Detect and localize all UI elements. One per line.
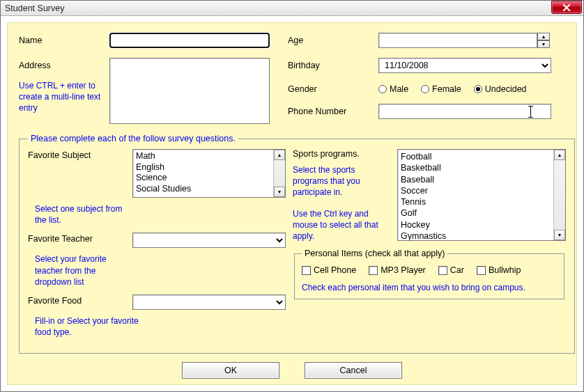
dialog-window: Student Survey Name Address Use CTRL + e… — [0, 0, 584, 392]
checkbox-label: Car — [450, 265, 464, 275]
gender-radio-group: Male Female Undecided — [378, 81, 527, 94]
list-item[interactable]: Tennis — [401, 196, 551, 207]
address-label: Address — [19, 61, 109, 70]
subject-list-items: Math English Science Social Studies — [133, 150, 273, 197]
gender-radio-female[interactable]: Female — [421, 84, 461, 94]
age-spinner: ▲ ▼ — [537, 33, 550, 48]
list-item[interactable]: Gymnastics — [401, 230, 551, 240]
list-item[interactable]: Hockey — [401, 219, 551, 230]
sports-hint-1: Select the sports programs that you part… — [293, 164, 390, 198]
scrollbar[interactable]: ▲ ▼ — [273, 150, 285, 197]
checkbox-icon — [302, 266, 311, 275]
list-item[interactable]: Soccer — [401, 185, 551, 196]
window-title: Student Survey — [5, 3, 64, 13]
radio-icon — [378, 85, 387, 93]
gender-radio-undecided[interactable]: Undecided — [474, 84, 527, 94]
favorite-teacher-label: Favorite Teacher — [28, 233, 132, 248]
age-spinner-down[interactable]: ▼ — [537, 40, 550, 48]
scroll-down-button[interactable]: ▼ — [554, 230, 565, 240]
address-hint: Use CTRL + enter to create a multi-line … — [19, 80, 102, 114]
survey-legend: Please complete each of the follow surve… — [28, 134, 238, 143]
personal-items-hint: Check each personal item that you wish t… — [302, 282, 557, 293]
list-item[interactable]: Basketball — [401, 162, 551, 173]
sports-list-items: Football Basketball Baseball Soccer Tenn… — [398, 150, 553, 240]
scroll-up-button[interactable]: ▲ — [554, 150, 565, 160]
checkbox-bullwhip[interactable]: Bullwhip — [477, 265, 521, 275]
cancel-button[interactable]: Cancel — [305, 362, 402, 379]
sports-hint-2: Use the Ctrl key and mouse to select all… — [293, 208, 390, 242]
personal-items-fieldset: Personal Items (check all that apply) Ce… — [294, 249, 564, 299]
gender-radio-female-label: Female — [432, 84, 461, 94]
checkbox-label: MP3 Player — [381, 265, 426, 275]
favorite-subject-listbox[interactable]: Math English Science Social Studies ▲ ▼ — [132, 149, 286, 198]
sports-label: Sports programs. — [293, 149, 397, 159]
form-background: Name Address Use CTRL + enter to create … — [7, 22, 577, 385]
personal-items-legend: Personal Items (check all that apply) — [302, 249, 447, 258]
checkbox-mp3-player[interactable]: MP3 Player — [369, 265, 426, 275]
close-button[interactable] — [551, 1, 582, 14]
list-item[interactable]: English — [136, 162, 270, 173]
scrollbar[interactable]: ▲ ▼ — [553, 150, 565, 240]
list-item[interactable]: Football — [401, 151, 551, 162]
checkbox-icon — [369, 266, 378, 275]
age-label: Age — [288, 33, 378, 45]
age-spinner-up[interactable]: ▲ — [537, 33, 550, 40]
scroll-up-button[interactable]: ▲ — [274, 150, 285, 160]
survey-fieldset: Please complete each of the follow surve… — [19, 134, 575, 354]
list-item[interactable]: Golf — [401, 207, 551, 219]
ok-button[interactable]: OK — [182, 362, 279, 379]
gender-label: Gender — [288, 81, 378, 94]
checkbox-car[interactable]: Car — [438, 265, 464, 275]
favorite-subject-label: Favorite Subject — [28, 149, 132, 198]
scroll-down-button[interactable]: ▼ — [274, 187, 285, 197]
text-cursor-icon — [530, 106, 531, 118]
list-item[interactable]: Baseball — [401, 174, 551, 185]
gender-radio-undecided-label: Undecided — [485, 84, 527, 94]
name-input[interactable] — [109, 33, 270, 48]
checkbox-icon — [438, 266, 447, 275]
favorite-food-select[interactable] — [132, 295, 286, 310]
gender-radio-male[interactable]: Male — [378, 84, 408, 94]
sports-listbox[interactable]: Football Basketball Baseball Soccer Tenn… — [397, 149, 566, 241]
phone-input[interactable] — [378, 104, 551, 119]
favorite-teacher-select[interactable] — [132, 233, 286, 248]
list-item[interactable]: Social Studies — [136, 184, 270, 195]
address-input[interactable] — [109, 58, 270, 124]
birthday-select[interactable]: 11/10/2008 — [378, 58, 551, 73]
radio-icon — [421, 85, 429, 93]
radio-icon — [474, 85, 482, 93]
checkbox-icon — [477, 266, 486, 275]
dialog-button-row: OK Cancel — [19, 354, 565, 379]
checkbox-label: Bullwhip — [489, 265, 521, 275]
checkbox-label: Cell Phone — [314, 265, 356, 275]
list-item[interactable]: Math — [136, 151, 270, 162]
favorite-food-hint: Fill-in or Select your favorite food typ… — [28, 313, 146, 345]
title-bar: Student Survey — [1, 1, 583, 16]
list-item[interactable]: Science — [136, 173, 270, 184]
phone-label: Phone Number — [288, 104, 378, 116]
birthday-label: Birthday — [288, 58, 378, 70]
age-input[interactable] — [378, 33, 537, 48]
checkbox-cell-phone[interactable]: Cell Phone — [302, 265, 356, 275]
favorite-food-label: Favorite Food — [28, 295, 132, 310]
name-label: Name — [19, 33, 109, 45]
close-icon — [562, 3, 571, 12]
favorite-teacher-hint: Select your favorite teacher from the dr… — [28, 251, 132, 295]
client-area: Name Address Use CTRL + enter to create … — [1, 17, 583, 391]
gender-radio-male-label: Male — [390, 84, 408, 94]
favorite-subject-hint: Select one subject from the list. — [28, 201, 132, 233]
